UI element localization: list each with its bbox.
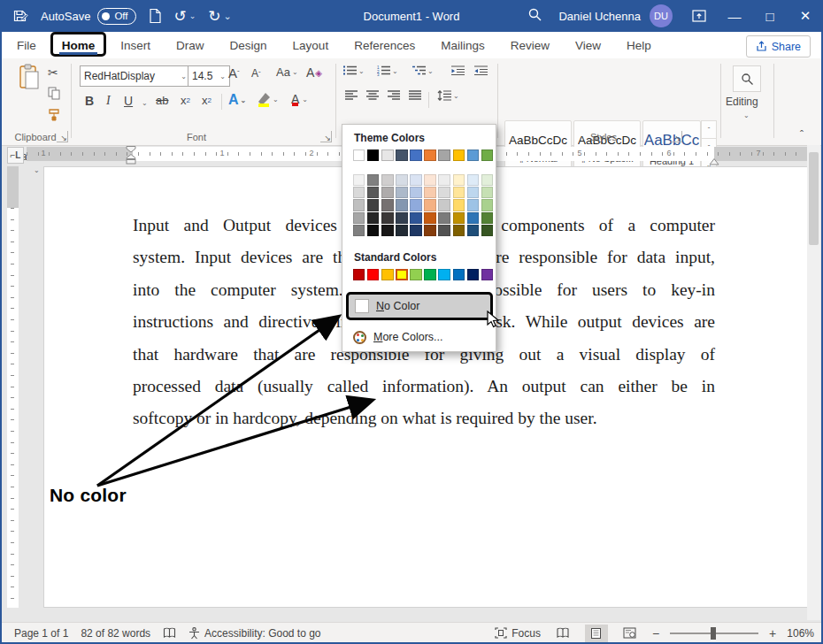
standard-color-swatch[interactable] bbox=[438, 269, 450, 280]
theme-variant-swatch[interactable] bbox=[396, 225, 407, 236]
theme-variant-swatch[interactable] bbox=[467, 225, 479, 236]
theme-variant-swatch[interactable] bbox=[424, 174, 435, 186]
theme-variant-swatch[interactable] bbox=[381, 212, 393, 224]
font-dialog-launcher-icon[interactable]: ↘ bbox=[320, 131, 332, 142]
decrease-indent-button[interactable] bbox=[451, 65, 465, 76]
standard-color-swatch[interactable] bbox=[396, 269, 407, 280]
proofing-icon[interactable] bbox=[163, 627, 176, 639]
zoom-slider-thumb[interactable] bbox=[711, 627, 716, 640]
cut-icon[interactable]: ✂ bbox=[48, 65, 58, 80]
zoom-in-button[interactable]: + bbox=[769, 626, 776, 640]
theme-variant-swatch[interactable] bbox=[453, 225, 465, 236]
theme-variant-swatch[interactable] bbox=[367, 187, 379, 198]
theme-variant-swatch[interactable] bbox=[424, 212, 435, 224]
tab-draw[interactable]: Draw bbox=[175, 34, 205, 57]
theme-variant-swatch[interactable] bbox=[381, 174, 393, 186]
tab-stop-selector[interactable]: ⌐L bbox=[7, 147, 24, 164]
paste-button[interactable] bbox=[18, 64, 41, 90]
ribbon-display-options-icon[interactable] bbox=[681, 0, 717, 32]
theme-variant-swatch[interactable] bbox=[410, 212, 421, 224]
zoom-level[interactable]: 106% bbox=[787, 627, 814, 640]
tab-mailings[interactable]: Mailings bbox=[440, 34, 486, 57]
superscript-button[interactable]: x2 bbox=[202, 94, 212, 107]
theme-color-swatch[interactable] bbox=[396, 150, 407, 161]
maximize-button[interactable]: □ bbox=[752, 0, 788, 32]
close-button[interactable]: ✕ bbox=[788, 0, 823, 32]
tab-view[interactable]: View bbox=[574, 34, 602, 57]
theme-color-swatch[interactable] bbox=[467, 150, 479, 161]
theme-color-swatch[interactable] bbox=[481, 150, 493, 161]
theme-variant-swatch[interactable] bbox=[396, 174, 407, 186]
theme-variant-swatch[interactable] bbox=[396, 187, 407, 198]
theme-variant-swatch[interactable] bbox=[424, 225, 435, 236]
numbering-button[interactable]: 123⌄ bbox=[377, 65, 398, 76]
standard-color-swatch[interactable] bbox=[410, 269, 421, 280]
more-colors-menu-item[interactable]: More Colors... bbox=[346, 326, 493, 349]
undo-button[interactable]: ↺⌄ bbox=[174, 9, 196, 24]
standard-color-swatch[interactable] bbox=[381, 269, 393, 280]
accessibility-status[interactable]: Accessibility: Good to go bbox=[188, 627, 320, 640]
theme-variant-swatch[interactable] bbox=[396, 212, 407, 224]
theme-color-swatch[interactable] bbox=[424, 150, 435, 161]
format-painter-icon[interactable] bbox=[48, 108, 61, 121]
collapse-ribbon-icon[interactable]: ˆ bbox=[800, 129, 804, 142]
new-document-icon[interactable] bbox=[149, 8, 162, 24]
bullets-button[interactable]: ⌄ bbox=[343, 65, 365, 76]
text-highlight-button[interactable]: ⌄ bbox=[257, 92, 279, 107]
zoom-out-button[interactable]: − bbox=[652, 626, 659, 640]
editing-group-button[interactable]: Editing bbox=[726, 96, 758, 108]
theme-variant-swatch[interactable] bbox=[467, 212, 479, 224]
justify-button[interactable] bbox=[409, 90, 421, 101]
theme-variant-swatch[interactable] bbox=[438, 174, 450, 186]
theme-variant-swatch[interactable] bbox=[353, 212, 365, 224]
theme-variant-swatch[interactable] bbox=[438, 225, 450, 236]
theme-variant-swatch[interactable] bbox=[453, 199, 465, 211]
italic-button[interactable]: I bbox=[106, 94, 111, 108]
multilevel-list-button[interactable]: ⌄ bbox=[412, 65, 434, 76]
word-count[interactable]: 82 of 82 words bbox=[81, 627, 150, 640]
zoom-slider[interactable] bbox=[670, 632, 758, 634]
theme-variant-swatch[interactable] bbox=[438, 187, 450, 198]
theme-variant-swatch[interactable] bbox=[424, 199, 435, 211]
theme-variant-swatch[interactable] bbox=[410, 187, 421, 198]
theme-variant-swatch[interactable] bbox=[367, 174, 379, 186]
tab-help[interactable]: Help bbox=[626, 34, 652, 57]
theme-variant-swatch[interactable] bbox=[481, 199, 493, 211]
align-center-button[interactable] bbox=[366, 90, 379, 101]
theme-variant-swatch[interactable] bbox=[353, 174, 365, 186]
bold-button[interactable]: B bbox=[85, 94, 94, 108]
theme-variant-swatch[interactable] bbox=[481, 212, 493, 224]
theme-variant-swatch[interactable] bbox=[467, 199, 479, 211]
font-color-button[interactable]: A⌄ bbox=[290, 92, 308, 106]
theme-variant-swatch[interactable] bbox=[367, 225, 379, 236]
right-indent-marker-icon[interactable] bbox=[709, 153, 719, 169]
tab-file[interactable]: File bbox=[16, 34, 37, 57]
styles-gallery-up-icon[interactable]: ˆ bbox=[701, 120, 717, 139]
vertical-scrollbar[interactable] bbox=[807, 145, 820, 620]
avatar[interactable]: DU bbox=[650, 4, 673, 27]
standard-color-swatch[interactable] bbox=[367, 269, 379, 280]
underline-dropdown-icon[interactable]: ⌄ bbox=[142, 99, 148, 107]
theme-color-swatch[interactable] bbox=[438, 150, 450, 161]
theme-variant-swatch[interactable] bbox=[481, 187, 493, 198]
strikethrough-button[interactable]: ab bbox=[156, 94, 168, 107]
theme-variant-swatch[interactable] bbox=[353, 225, 365, 236]
theme-variant-swatch[interactable] bbox=[438, 212, 450, 224]
redo-button[interactable]: ↻ bbox=[208, 9, 220, 24]
theme-variant-swatch[interactable] bbox=[367, 212, 379, 224]
standard-color-swatch[interactable] bbox=[424, 269, 435, 280]
editing-dropdown-icon[interactable]: ⌄ bbox=[743, 111, 750, 119]
standard-color-swatch[interactable] bbox=[353, 269, 365, 280]
grow-font-button[interactable]: Aˆ bbox=[228, 65, 240, 80]
quick-access-toolbar-menu[interactable]: ⌄ bbox=[224, 11, 232, 22]
theme-color-swatch[interactable] bbox=[381, 150, 393, 161]
theme-variant-swatch[interactable] bbox=[453, 187, 465, 198]
theme-color-swatch[interactable] bbox=[410, 150, 421, 161]
theme-color-swatch[interactable] bbox=[353, 150, 365, 161]
clear-formatting-button[interactable]: A◈ bbox=[306, 65, 322, 80]
font-name-combo[interactable]: RedHatDisplay⌄ bbox=[80, 65, 191, 87]
editing-find-icon[interactable] bbox=[733, 65, 761, 92]
search-icon[interactable] bbox=[527, 7, 542, 25]
theme-variant-swatch[interactable] bbox=[438, 199, 450, 211]
paste-dropdown-icon[interactable]: ⌄ bbox=[34, 166, 40, 174]
